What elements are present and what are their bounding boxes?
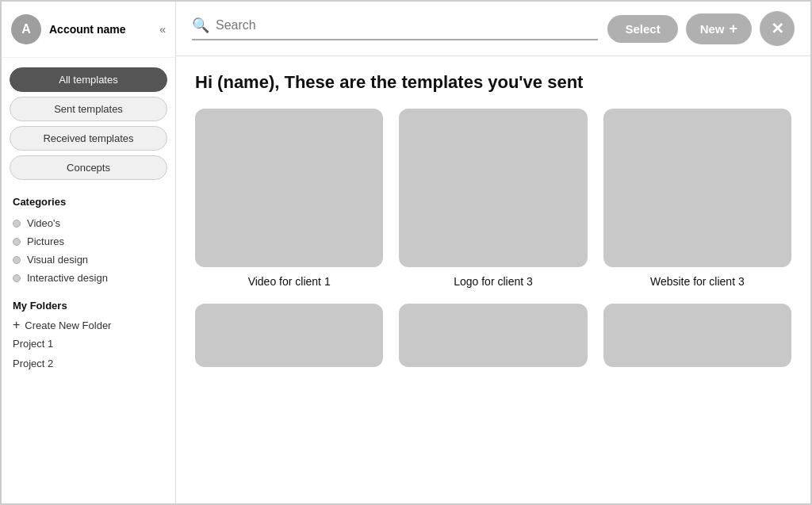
account-name-label: Account name [49,23,151,36]
template-card-4[interactable] [399,304,587,375]
templates-grid: Video for client 1 Logo for client 3 Web… [195,109,791,375]
category-visual-design[interactable]: Visual design [13,251,164,269]
my-folders-label: My Folders [13,300,164,312]
nav-received-templates[interactable]: Received templates [10,126,167,151]
template-thumbnail-3 [195,304,383,367]
category-dot-videos [13,220,21,228]
category-videos[interactable]: Video's [13,214,164,232]
collapse-icon[interactable]: « [159,23,166,36]
categories-section: Categories Video's Pictures Visual desig… [2,189,175,293]
template-thumbnail-2 [603,109,791,267]
sidebar-header: A Account name « [2,2,175,58]
new-button[interactable]: New + [686,13,752,44]
category-pictures[interactable]: Pictures [13,232,164,251]
close-button[interactable]: ✕ [760,11,795,46]
category-label-pictures: Pictures [27,235,64,247]
search-input[interactable] [216,18,598,33]
my-folders-section: My Folders + Create New Folder Project 1… [2,293,175,380]
template-card-1[interactable]: Logo for client 3 [399,109,587,288]
search-icon: 🔍 [192,17,209,34]
content-area: Hi (name), These are the templates you'v… [176,56,810,505]
category-label-interactive-design: Interactive design [27,272,108,284]
top-bar: 🔍 Select New + ✕ [176,2,810,56]
template-card-2[interactable]: Website for client 3 [603,109,791,288]
create-folder-label: Create New Folder [25,319,111,331]
template-card-0[interactable]: Video for client 1 [195,109,383,288]
template-thumbnail-1 [399,109,587,267]
select-button[interactable]: Select [607,15,677,43]
category-dot-pictures [13,238,21,246]
category-interactive-design[interactable]: Interactive design [13,269,164,287]
category-label-visual-design: Visual design [27,254,88,266]
template-name-2: Website for client 3 [603,275,791,288]
template-name-0: Video for client 1 [195,275,383,288]
template-name-1: Logo for client 3 [399,275,587,288]
toolbar-right: Select New + ✕ [607,11,795,46]
sidebar-nav: All templates Sent templates Received te… [2,58,175,189]
categories-label: Categories [13,196,164,208]
create-new-folder-button[interactable]: + Create New Folder [13,316,164,334]
search-container: 🔍 [192,17,598,40]
avatar: A [11,14,41,44]
plus-icon: + [13,318,20,332]
new-plus-icon: + [729,21,737,37]
template-thumbnail-4 [399,304,587,367]
template-card-5[interactable] [603,304,791,375]
new-button-label: New [700,22,725,36]
category-dot-interactive-design [13,274,21,282]
template-thumbnail-5 [603,304,791,367]
template-card-3[interactable] [195,304,383,375]
nav-all-templates[interactable]: All templates [10,67,167,92]
page-title: Hi (name), These are the templates you'v… [195,72,791,93]
folder-project-1[interactable]: Project 1 [13,334,164,354]
main-content: 🔍 Select New + ✕ Hi (name), These are th… [176,2,810,505]
category-label-videos: Video's [27,217,60,229]
template-thumbnail-0 [195,109,383,267]
nav-sent-templates[interactable]: Sent templates [10,97,167,121]
sidebar: A Account name « All templates Sent temp… [2,2,176,505]
category-dot-visual-design [13,256,21,264]
nav-concepts[interactable]: Concepts [10,155,167,180]
folder-project-2[interactable]: Project 2 [13,354,164,373]
